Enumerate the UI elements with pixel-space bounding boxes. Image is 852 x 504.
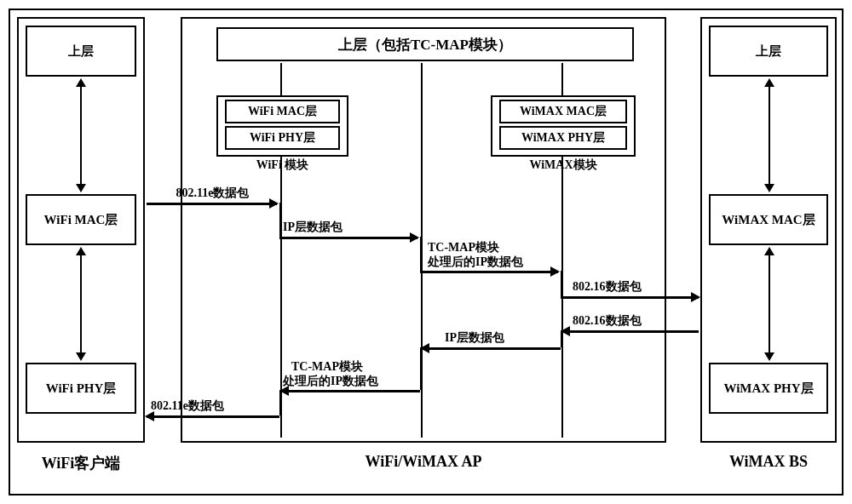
wimax-bs-column: 上层 WiMAX MAC层 WiMAX PHY层	[700, 17, 837, 443]
ap-upper: 上层（包括TC-MAP模块）	[216, 27, 634, 61]
wimax-bs-mac: WiMAX MAC层	[709, 194, 828, 245]
label-tcmap-ret-a: TC-MAP模块	[291, 359, 363, 375]
wifi-module-mac: WiFi MAC层	[225, 100, 340, 123]
wifi-module: WiFi MAC层 WiFi PHY层	[216, 95, 348, 157]
ap-column: 上层（包括TC-MAP模块） WiFi MAC层 WiFi PHY层 WiFi …	[181, 17, 666, 443]
label-80216-ret: 802.16数据包	[573, 313, 642, 329]
wimax-module-mac: WiMAX MAC层	[499, 100, 627, 123]
arrow-80211e-fwd	[147, 203, 277, 205]
label-tcmap-fwd-a: TC-MAP模块	[428, 240, 499, 255]
arrow-ip-ret	[422, 347, 561, 350]
arrow-left-up-mac	[80, 80, 82, 191]
arrow-right-up-mac	[769, 80, 770, 191]
step-down-1	[279, 203, 281, 237]
arrow-right-mac-phy	[769, 249, 770, 359]
wifi-client-column: 上层 WiFi MAC层 WiFi PHY层	[17, 17, 145, 443]
wifi-client-mac: WiFi MAC层	[26, 194, 136, 245]
label-ip-ret: IP层数据包	[445, 330, 504, 346]
wifi-client-phy: WiFi PHY层	[26, 363, 136, 414]
step-down-3	[561, 271, 562, 296]
arrow-ip-fwd	[279, 237, 417, 239]
step-down-r1	[561, 330, 562, 347]
label-tcmap-fwd-b: 处理后的IP数据包	[428, 255, 523, 270]
wifi-module-caption: WiFi 模块	[216, 158, 348, 173]
wimax-bs-upper: 上层	[709, 26, 828, 77]
wifi-module-phy: WiFi PHY层	[225, 126, 340, 150]
wimax-module: WiMAX MAC层 WiMAX PHY层	[491, 95, 636, 157]
wimax-module-phy: WiMAX PHY层	[499, 126, 627, 150]
arrow-tcmap-ret	[281, 390, 420, 392]
wimax-bs-phy: WiMAX PHY层	[709, 363, 828, 414]
wifi-client-caption: WiFi客户端	[17, 453, 145, 473]
arrow-80216-fwd	[561, 296, 699, 299]
step-down-2	[420, 237, 422, 271]
label-tcmap-ret-b: 处理后的IP数据包	[283, 374, 378, 389]
arrow-80216-ret	[562, 330, 699, 333]
step-down-r2	[420, 347, 422, 390]
network-diagram: 上层 WiFi MAC层 WiFi PHY层 WiFi客户端 上层（包括TC-M…	[9, 9, 843, 495]
label-80211e-ret: 802.11e数据包	[151, 398, 224, 414]
label-ip-fwd: IP层数据包	[283, 220, 343, 235]
arrow-80211e-ret	[147, 415, 279, 418]
wimax-module-caption: WiMAX模块	[491, 158, 636, 173]
wimax-bs-caption: WiMAX BS	[700, 453, 837, 471]
arrow-tcmap-fwd	[420, 271, 558, 273]
step-down-r3	[279, 390, 281, 415]
label-80216-fwd: 802.16数据包	[573, 279, 642, 295]
ap-caption: WiFi/WiMAX AP	[181, 453, 666, 471]
arrow-left-mac-phy	[80, 249, 82, 359]
label-80211e-fwd: 802.11e数据包	[147, 186, 279, 201]
wifi-client-upper: 上层	[26, 26, 136, 77]
